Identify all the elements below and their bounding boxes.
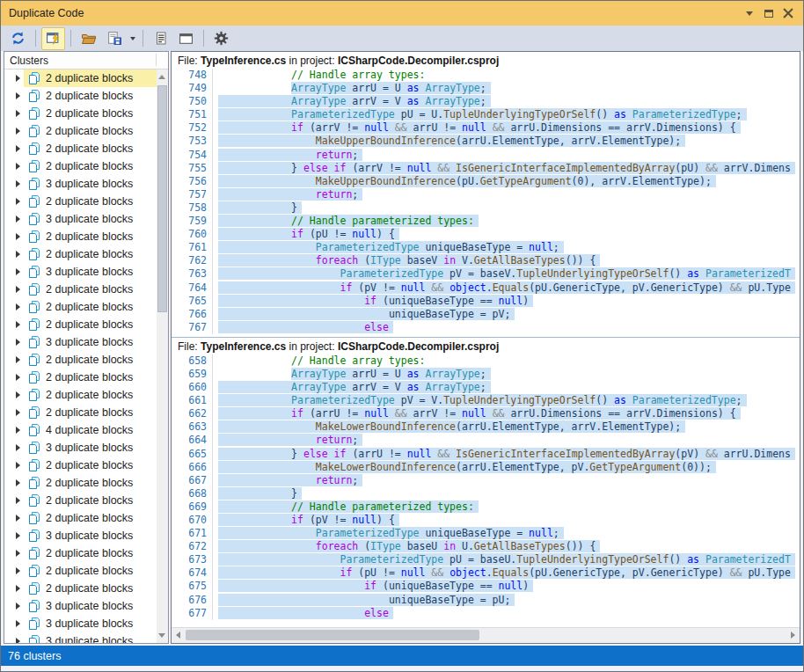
code-line[interactable]: 755 } else if (arrV != null && IsGeneric… — [172, 162, 800, 175]
refresh-button[interactable] — [6, 27, 30, 50]
expander-icon[interactable] — [16, 479, 20, 486]
cluster-item[interactable]: 2 duplicate blocks — [4, 157, 168, 175]
code-line[interactable]: 675 if (uniqueBaseType == null) — [172, 580, 800, 593]
code-line[interactable]: 662 if (arrU != null && arrV != null && … — [172, 407, 800, 420]
code-line[interactable]: 668 } — [172, 487, 800, 500]
code-line[interactable]: 748 // Handle array types: — [172, 69, 800, 82]
expander-icon[interactable] — [16, 567, 20, 574]
code-line[interactable]: 665 } else if (arrU != null && IsGeneric… — [172, 448, 800, 461]
cluster-item[interactable]: 2 duplicate blocks — [4, 492, 168, 509]
window-menu-button[interactable] — [740, 4, 759, 22]
code-line[interactable]: 752 if (arrV != null && arrU != null && … — [172, 121, 800, 135]
cluster-item[interactable]: 3 duplicate blocks — [4, 632, 168, 643]
report-button[interactable] — [149, 27, 172, 50]
expander-icon[interactable] — [16, 92, 20, 99]
code-line[interactable]: 670 if (pV != null) { — [172, 514, 800, 527]
expander-icon[interactable] — [16, 233, 20, 240]
code-line[interactable]: 669 // Handle parameterized types: — [172, 500, 800, 514]
code-line[interactable]: 762 foreach (IType baseV in V.GetAllBase… — [172, 254, 800, 267]
cluster-item[interactable]: 3 duplicate blocks — [4, 210, 168, 228]
expander-icon[interactable] — [16, 585, 20, 592]
expander-icon[interactable] — [16, 163, 20, 170]
cluster-item[interactable]: 2 duplicate blocks — [4, 580, 168, 597]
code-line[interactable]: 763 ParameterizedType pV = baseV.TupleUn… — [172, 267, 800, 281]
save-dropdown-button[interactable] — [127, 28, 138, 49]
clusters-scrollbar[interactable] — [157, 69, 168, 643]
cluster-item[interactable]: 2 duplicate blocks — [4, 316, 168, 333]
expander-icon[interactable] — [16, 391, 20, 398]
save-report-button[interactable] — [102, 27, 126, 50]
expander-icon[interactable] — [16, 321, 20, 328]
code-line[interactable]: 667 return; — [172, 474, 800, 487]
cluster-item[interactable]: 2 duplicate blocks — [4, 404, 168, 421]
code-line[interactable]: 757 return; — [172, 188, 800, 201]
scrollbar-thumb[interactable] — [186, 630, 479, 640]
code-line[interactable]: 751 ParameterizedType pU = U.TupleUnderl… — [172, 108, 800, 121]
expander-icon[interactable] — [16, 620, 20, 627]
code-line[interactable]: 661 ParameterizedType pV = V.TupleUnderl… — [172, 394, 800, 407]
code-line[interactable]: 761 ParameterizedType uniqueBaseType = n… — [172, 241, 800, 254]
code-line[interactable]: 753 MakeUpperBoundInference(arrU.Element… — [172, 135, 800, 148]
scroll-down-icon[interactable] — [158, 633, 165, 638]
code-line[interactable]: 672 foreach (IType baseU in U.GetAllBase… — [172, 540, 800, 553]
cluster-item[interactable]: 2 duplicate blocks — [4, 245, 168, 263]
expander-icon[interactable] — [16, 303, 20, 310]
close-button[interactable] — [778, 4, 798, 22]
analyze-on-change-button[interactable] — [41, 27, 65, 50]
expander-icon[interactable] — [16, 550, 20, 557]
float-window-button[interactable] — [759, 4, 778, 22]
expander-icon[interactable] — [16, 603, 20, 610]
code-line[interactable]: 674 if (pU != null && object.Equals(pU.G… — [172, 566, 800, 580]
cluster-item[interactable]: 2 duplicate blocks — [4, 281, 168, 298]
cluster-item[interactable]: 2 duplicate blocks — [4, 351, 168, 369]
expander-icon[interactable] — [16, 497, 20, 504]
code-line[interactable]: 659 ArrayType arrU = U as ArrayType; — [172, 368, 800, 381]
code-line[interactable]: 764 if (pV != null && object.Equals(pU.G… — [172, 281, 800, 295]
cluster-item[interactable]: 2 duplicate blocks — [4, 87, 168, 105]
cluster-item[interactable]: 2 duplicate blocks — [4, 544, 168, 562]
cluster-item[interactable]: 2 duplicate blocks — [4, 122, 168, 140]
expander-icon[interactable] — [16, 251, 20, 258]
cluster-item[interactable]: 3 duplicate blocks — [4, 263, 168, 281]
cluster-item[interactable]: 2 duplicate blocks — [4, 298, 168, 316]
code-line[interactable]: 756 MakeUpperBoundInference(pU.GetTypeAr… — [172, 175, 800, 188]
cluster-item[interactable]: 2 duplicate blocks — [4, 509, 168, 527]
cluster-item[interactable]: 3 duplicate blocks — [4, 597, 168, 615]
cluster-item[interactable]: 2 duplicate blocks — [4, 474, 168, 492]
cluster-item[interactable]: 3 duplicate blocks — [4, 615, 168, 632]
code-line[interactable]: 676 uniqueBaseType = pU; — [172, 594, 800, 607]
code-line[interactable]: 666 MakeLowerBoundInference(arrU.Element… — [172, 461, 800, 474]
cluster-item[interactable]: 4 duplicate blocks — [4, 421, 168, 439]
expander-icon[interactable] — [16, 145, 20, 152]
expander-icon[interactable] — [16, 427, 20, 434]
cluster-item[interactable]: 2 duplicate blocks — [4, 140, 168, 157]
settings-button[interactable] — [209, 27, 233, 50]
expander-icon[interactable] — [16, 75, 20, 82]
scroll-right-icon[interactable] — [791, 632, 795, 639]
cluster-item[interactable]: 2 duplicate blocks — [4, 386, 168, 404]
expander-icon[interactable] — [16, 180, 20, 187]
expander-icon[interactable] — [16, 128, 20, 135]
expander-icon[interactable] — [16, 198, 20, 205]
cluster-item[interactable]: 2 duplicate blocks — [4, 69, 168, 87]
cluster-item[interactable]: 3 duplicate blocks — [4, 175, 168, 193]
expander-icon[interactable] — [16, 409, 20, 416]
code-line[interactable]: 658 // Handle array types: — [172, 354, 800, 368]
code-line[interactable]: 677 else — [172, 607, 800, 620]
cluster-item[interactable]: 2 duplicate blocks — [4, 457, 168, 474]
code-line[interactable]: 765 if (uniqueBaseType == null) — [172, 295, 800, 308]
cluster-item[interactable]: 2 duplicate blocks — [4, 369, 168, 386]
code-line[interactable]: 663 MakeLowerBoundInference(arrU.Element… — [172, 420, 800, 434]
expander-icon[interactable] — [16, 444, 20, 451]
scroll-left-icon[interactable] — [176, 632, 180, 639]
expander-icon[interactable] — [16, 515, 20, 522]
code-line[interactable]: 673 ParameterizedType pU = baseU.TupleUn… — [172, 553, 800, 566]
scroll-up-icon[interactable] — [158, 75, 165, 79]
code-line[interactable]: 758 } — [172, 201, 800, 215]
cluster-item[interactable]: 2 duplicate blocks — [4, 562, 168, 580]
expander-icon[interactable] — [16, 374, 20, 381]
cluster-item[interactable]: 3 duplicate blocks — [4, 333, 168, 351]
expander-icon[interactable] — [16, 268, 20, 275]
cluster-item[interactable]: 2 duplicate blocks — [4, 193, 168, 210]
code-line[interactable]: 766 uniqueBaseType = pV; — [172, 308, 800, 321]
